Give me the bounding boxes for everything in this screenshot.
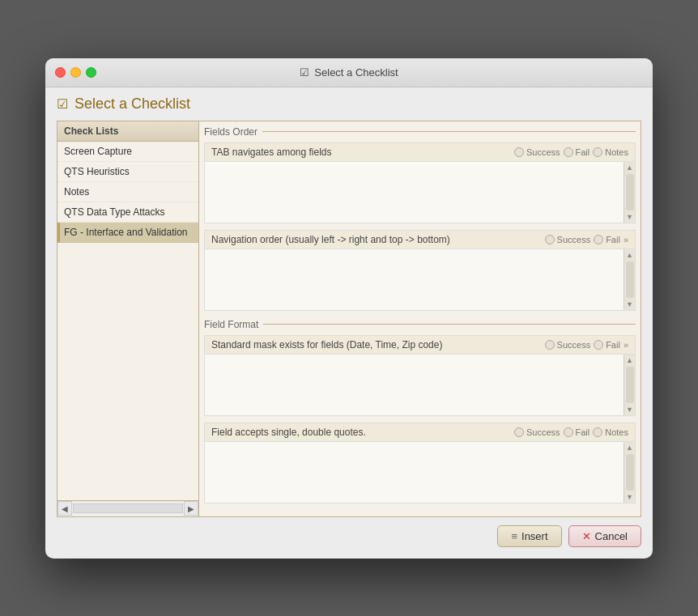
mask-fail-label: Fail <box>606 340 620 350</box>
field-quotes-body: ▲ ▼ <box>205 442 635 503</box>
nav-success-label: Success <box>557 235 591 244</box>
insert-label: Insert <box>521 530 548 542</box>
quotes-scroll-down[interactable]: ▼ <box>624 491 636 503</box>
nav-order-body: ▲ ▼ <box>205 249 635 310</box>
mask-scroll-down[interactable]: ▼ <box>624 404 636 415</box>
section-label-fields-order: Fields Order <box>204 126 257 138</box>
mask-fail-radio[interactable] <box>594 340 603 350</box>
maximize-button[interactable] <box>86 67 96 78</box>
tab-notes-label: Notes <box>605 147 628 157</box>
sidebar-item-notes[interactable]: Notes <box>57 182 198 202</box>
section-header-field-format: Field Format <box>204 319 636 330</box>
title-bar: ☑ Select a Checklist <box>45 58 653 87</box>
section-header-fields-order: Fields Order <box>204 126 636 138</box>
tab-fail-radio[interactable] <box>564 147 573 157</box>
sidebar-item-fg-interface[interactable]: FG - Interface and Validation <box>57 223 198 243</box>
tab-success-label: Success <box>526 147 560 157</box>
nav-success-radio[interactable] <box>545 235 555 244</box>
quotes-success-label: Success <box>526 427 560 437</box>
quotes-notes-label: Notes <box>605 427 628 437</box>
main-area: Check Lists Screen Capture QTS Heuristic… <box>57 121 641 517</box>
nav-fail-radio[interactable] <box>594 235 603 244</box>
checklist-item-header-mask: Standard mask exists for fields (Date, T… <box>205 336 635 355</box>
checklist-item-tab-navigates: TAB navigates among fields Success Fail <box>204 142 636 223</box>
quotes-scroll-up[interactable]: ▲ <box>624 442 636 453</box>
tab-fail-radio-group: Fail <box>564 147 590 157</box>
nav-order-scrollbar: ▲ ▼ <box>624 249 635 310</box>
traffic-lights <box>55 67 96 78</box>
window-content: ☑ Select a Checklist Check Lists Screen … <box>45 87 653 559</box>
field-quotes-textarea[interactable] <box>205 442 624 503</box>
nav-scroll-track <box>626 261 634 298</box>
quotes-fail-radio-group: Fail <box>564 427 590 437</box>
sidebar-scrollbar: ◀ ▶ <box>57 500 198 516</box>
insert-button[interactable]: ≡ Insert <box>497 525 561 547</box>
sidebar-scroll-left[interactable]: ◀ <box>57 501 72 516</box>
standard-mask-scrollbar: ▲ ▼ <box>624 355 635 415</box>
checklist-item-header-nav: Navigation order (usually left -> right … <box>205 231 635 249</box>
standard-mask-label: Standard mask exists for fields (Date, T… <box>211 339 538 350</box>
nav-order-label: Navigation order (usually left -> right … <box>211 234 538 245</box>
dialog-title-icon: ☑ <box>57 96 68 112</box>
nav-fail-radio-group: Fail <box>594 235 620 244</box>
sidebar-header: Check Lists <box>57 121 198 142</box>
sidebar-scroll-track <box>73 503 183 513</box>
tab-notes-radio-group: Notes <box>593 147 628 157</box>
mask-scroll-up[interactable]: ▲ <box>624 355 636 366</box>
section-header-line-format <box>263 324 636 325</box>
quotes-scroll-track <box>626 454 634 491</box>
sidebar-item-qts-heuristics[interactable]: QTS Heuristics <box>57 162 198 182</box>
mask-success-label: Success <box>557 340 591 350</box>
nav-success-radio-group: Success <box>545 235 591 244</box>
quotes-notes-radio-group: Notes <box>593 427 628 437</box>
mask-fail-radio-group: Fail <box>594 340 620 350</box>
tab-notes-radio[interactable] <box>593 147 602 157</box>
footer: ≡ Insert ✕ Cancel <box>57 517 641 547</box>
nav-order-textarea[interactable] <box>205 249 624 310</box>
tab-navigates-controls: Success Fail Notes <box>514 147 628 157</box>
checklist-item-nav-order: Navigation order (usually left -> right … <box>204 230 636 311</box>
nav-scroll-down[interactable]: ▼ <box>624 299 636 310</box>
nav-expand-arrow[interactable]: » <box>624 235 628 244</box>
mask-success-radio-group: Success <box>545 340 591 350</box>
close-button[interactable] <box>55 67 66 78</box>
cancel-button[interactable]: ✕ Cancel <box>568 525 641 547</box>
tab-scroll-down[interactable]: ▼ <box>624 211 636 223</box>
nav-order-controls: Success Fail » <box>545 235 628 244</box>
standard-mask-textarea[interactable] <box>205 355 624 415</box>
sidebar-item-qts-data-type[interactable]: QTS Data Type Attacks <box>57 202 198 223</box>
nav-scroll-up[interactable]: ▲ <box>624 249 636 261</box>
tab-success-radio-group: Success <box>514 147 560 157</box>
mask-scroll-track <box>626 367 634 403</box>
standard-mask-body: ▲ ▼ <box>205 355 635 415</box>
standard-mask-controls: Success Fail » <box>545 340 628 350</box>
sidebar-item-screen-capture[interactable]: Screen Capture <box>57 142 198 162</box>
quotes-success-radio[interactable] <box>514 427 524 437</box>
sidebar-scroll-right[interactable]: ▶ <box>184 501 198 516</box>
quotes-fail-radio[interactable] <box>564 427 573 437</box>
tab-scroll-up[interactable]: ▲ <box>624 162 636 173</box>
tab-navigates-textarea[interactable] <box>205 162 624 223</box>
minimize-button[interactable] <box>70 67 81 78</box>
mask-expand-arrow[interactable]: » <box>624 340 628 350</box>
nav-fail-label: Fail <box>606 235 620 244</box>
tab-success-radio[interactable] <box>514 147 524 157</box>
quotes-notes-radio[interactable] <box>593 427 602 437</box>
section-field-format: Field Format Standard mask exists for fi… <box>204 319 636 503</box>
checklist-item-header-tab: TAB navigates among fields Success Fail <box>205 143 635 162</box>
quotes-success-radio-group: Success <box>514 427 560 437</box>
field-quotes-controls: Success Fail Notes <box>514 427 628 437</box>
tab-navigates-scrollbar: ▲ ▼ <box>624 162 635 223</box>
field-quotes-scrollbar: ▲ ▼ <box>624 442 635 503</box>
tab-navigates-label: TAB navigates among fields <box>211 147 508 158</box>
main-window: ☑ Select a Checklist ☑ Select a Checklis… <box>45 58 653 559</box>
section-label-field-format: Field Format <box>204 319 258 330</box>
section-header-line <box>262 131 636 132</box>
tab-navigates-body: ▲ ▼ <box>205 162 635 223</box>
field-quotes-label: Field accepts single, double quotes. <box>211 427 508 438</box>
sidebar: Check Lists Screen Capture QTS Heuristic… <box>57 121 199 516</box>
checklist-item-field-quotes: Field accepts single, double quotes. Suc… <box>204 423 636 503</box>
tab-scroll-track <box>626 174 634 210</box>
quotes-fail-label: Fail <box>576 427 590 437</box>
mask-success-radio[interactable] <box>545 340 555 350</box>
